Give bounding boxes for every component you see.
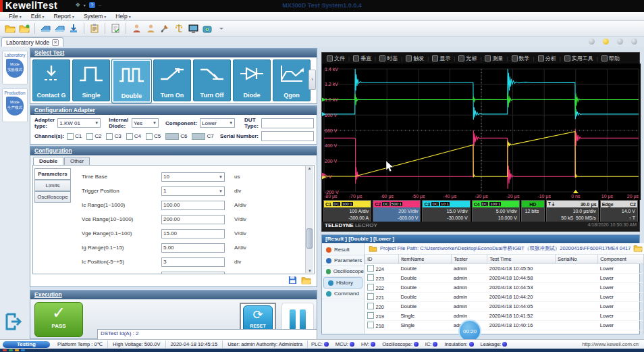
channel-checkbox-c7[interactable]: C7 [192, 133, 213, 140]
channel-checkbox-c3[interactable]: C3 [106, 133, 121, 140]
tools-icon[interactable] [159, 22, 171, 34]
channel-checkbox-c1[interactable]: C1 [67, 133, 82, 140]
channel-checkbox-c4[interactable]: C4 [126, 133, 141, 140]
scales-icon[interactable] [173, 22, 185, 34]
row-checkbox[interactable] [367, 322, 374, 328]
row-checkbox[interactable] [367, 293, 374, 300]
test-tile-single[interactable]: Single [72, 59, 110, 101]
import-folder-icon[interactable] [18, 22, 30, 34]
channel-checkbox-c5[interactable]: C5 [146, 133, 161, 140]
channel-checkbox-c2[interactable]: C2 [86, 133, 101, 140]
more-tests-button[interactable]: › [308, 70, 316, 90]
test-tile-diode[interactable]: Diode [233, 59, 271, 101]
tab-laboratory-mode[interactable]: Laboratory Mode ✕ [1, 37, 63, 47]
field-input[interactable]: -5 [161, 272, 225, 275]
table-row[interactable]: 222Doubleadmin2020/4/18 10:44:53Lower [365, 283, 644, 293]
field-input[interactable]: 200.00 [161, 215, 225, 224]
sidebar-item-laboratory-mode[interactable]: Laboratory Mode实验模式 [2, 51, 28, 84]
channel-checkbox-c6[interactable]: C6 [165, 133, 187, 140]
row-checkbox[interactable] [367, 284, 374, 291]
config-side-tab-limits[interactable]: Limits [34, 180, 71, 191]
config-side-tab-parameters[interactable]: Parameters [34, 168, 71, 180]
menu-item-file[interactable]: File▾ [4, 13, 26, 20]
camera-icon[interactable] [201, 22, 213, 34]
print-report-icon[interactable] [53, 22, 65, 34]
adapter-type-select[interactable]: 1.KW 01▼ [57, 118, 101, 128]
results-nav-result[interactable]: Result [322, 245, 364, 255]
menu-item-system[interactable]: System▾ [79, 13, 111, 20]
component-select[interactable]: Lower▼ [200, 118, 235, 128]
row-checkbox[interactable] [367, 312, 374, 319]
scope-menu-analysis[interactable]: 分析 [536, 55, 558, 62]
scroll-thumb[interactable] [306, 228, 313, 249]
internal-diode-select[interactable]: Yes▼ [132, 118, 159, 128]
channel-box-c2[interactable]: C2DC500:1200 V/div-600.00 V [373, 200, 421, 222]
window-control-dot[interactable] [617, 39, 623, 45]
window-control-dot[interactable] [631, 39, 637, 45]
window-control-dot[interactable] [603, 39, 609, 45]
results-nav-parameters[interactable]: Parameters [322, 255, 364, 266]
scope-menu-measure[interactable]: 测量 [483, 55, 505, 62]
field-input[interactable]: 15.00 [161, 229, 225, 238]
field-input[interactable]: 100.00 [161, 201, 225, 210]
menu-item-help[interactable]: Help▾ [111, 13, 136, 20]
row-checkbox[interactable] [367, 265, 374, 272]
table-row[interactable]: 218Singleadmin2020/4/18 10:40:16Lower [365, 321, 644, 330]
dropdown-icon[interactable] [215, 22, 227, 34]
scope-menu-timebase[interactable]: 时基 [377, 55, 400, 62]
table-row[interactable]: 223Doubleadmin2020/4/18 10:44:58Lower [365, 274, 644, 283]
window-control-dot[interactable] [589, 39, 595, 45]
channel-box-c3[interactable]: C3DC10:115.0 V/div-30.000 V [422, 200, 470, 222]
column-header-tester[interactable]: Tester [452, 255, 487, 264]
user-manage-icon[interactable] [130, 22, 142, 34]
dut-type-input[interactable] [261, 118, 314, 128]
config-scrollbar[interactable]: ▲▼ [305, 166, 313, 273]
results-nav-oscilloscope[interactable]: Oscilloscope [322, 266, 364, 277]
report-icon[interactable] [39, 22, 51, 34]
scope-menu-math[interactable]: 数学 [510, 55, 532, 62]
scope-menu-trigger[interactable]: 触发 [404, 55, 426, 62]
serial-number-input[interactable] [261, 131, 314, 141]
row-checkbox[interactable] [367, 274, 374, 281]
column-header-itemname[interactable]: ItemName [398, 255, 451, 264]
user-icon[interactable] [144, 22, 157, 34]
config-side-tab-oscilloscope[interactable]: Oscilloscope [34, 191, 71, 203]
test-tile-turn-on[interactable]: Turn On [153, 59, 191, 101]
test-tile-turn-off[interactable]: Turn Off [193, 59, 231, 101]
results-nav-command[interactable]: Command [322, 288, 364, 299]
test-tile-contact-g[interactable]: Contact G [32, 59, 70, 101]
load-config-button[interactable] [301, 275, 311, 287]
close-icon[interactable]: ✕ [52, 39, 59, 46]
channel-box-c1[interactable]: C1DC100:1100 A/div-300.00 A [323, 200, 371, 222]
results-nav-history[interactable]: History [323, 277, 363, 288]
config-tab-double[interactable]: Double [33, 157, 63, 165]
pass-status-button[interactable]: ✓ PASS [34, 302, 83, 337]
channel-box-c4[interactable]: C4DC100:15.00 V/div10.000 V [472, 200, 520, 222]
task-report-icon[interactable] [109, 22, 122, 34]
touch-config-icon[interactable] [68, 22, 80, 34]
column-header-id[interactable]: ID [365, 255, 399, 264]
field-select[interactable]: 10▼ [161, 172, 225, 182]
scope-menu-help[interactable]: 帮助 [599, 55, 622, 62]
menu-item-edit[interactable]: Edit▾ [26, 13, 49, 20]
open-project-button[interactable] [633, 245, 643, 253]
column-header-test time[interactable]: Test Time [487, 255, 556, 264]
timebase-box[interactable]: T ⤓30.0 μs10.0 μs/div50 kS 500 MS/s [546, 200, 599, 222]
sidebar-item-production-mode[interactable]: Production Mode生产模式 [2, 89, 28, 122]
scope-menu-cursor[interactable]: 光标 [456, 55, 479, 62]
scope-menu-display[interactable]: 显示 [430, 55, 452, 62]
table-row[interactable]: 224Doubleadmin2020/4/18 10:45:50Lower [365, 264, 644, 274]
column-header-component[interactable]: Component [598, 255, 644, 264]
save-config-button[interactable] [288, 275, 297, 287]
trigger-box[interactable]: EdgeC214.0 V↑ T [600, 200, 638, 222]
field-select[interactable]: 1▼ [161, 186, 225, 196]
clipboard-icon[interactable] [88, 22, 101, 34]
oscilloscope-grid[interactable]: 1.4 kV1.2 kV1.0 kV800 V600 V400 V200 V0 … [322, 64, 641, 200]
test-tile-double[interactable]: Double [112, 59, 151, 103]
column-header-serialno[interactable]: SerialNo [556, 255, 598, 264]
test-tile-qgon[interactable]: Qgon [273, 59, 311, 101]
scope-menu-utility[interactable]: 实用工具 [562, 55, 595, 62]
row-checkbox[interactable] [367, 303, 374, 309]
config-tab-other[interactable]: Other [64, 157, 90, 165]
scope-menu-vertical[interactable]: 垂直 [351, 55, 373, 62]
